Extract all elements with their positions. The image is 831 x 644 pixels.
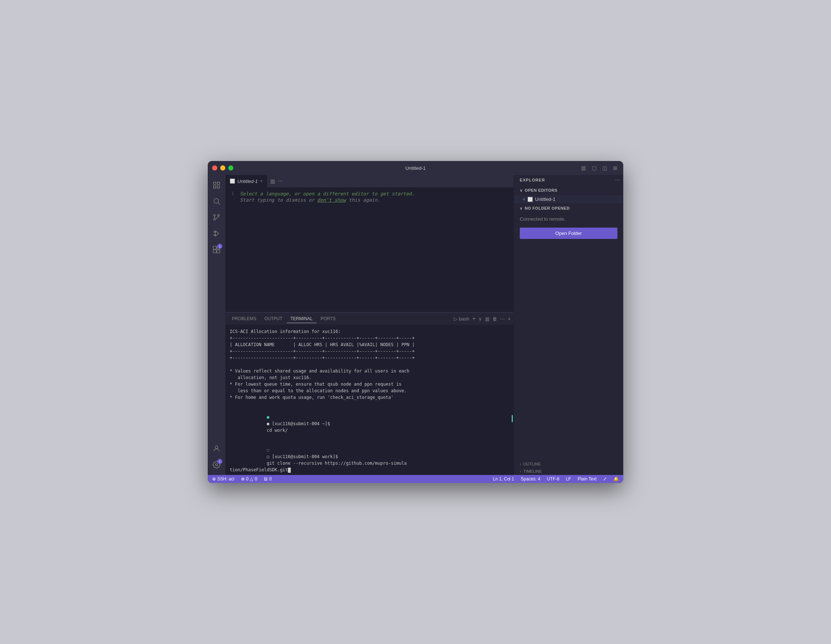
terminal-line-10: * For home and work quota usage, run 'ch… [230, 394, 509, 401]
main-content: 1 1 ⬜ Untitled-1 × [208, 175, 623, 475]
terminal-more-icon[interactable]: ⋯ [500, 316, 505, 322]
no-folder-header[interactable]: ∨ NO FOLDER OPENED [514, 203, 623, 213]
extensions-activity-icon[interactable]: 1 [209, 242, 224, 257]
terminal-add-icon[interactable]: + [472, 316, 476, 322]
terminal-content[interactable]: ICS-ACI Allocation information for xuc11… [225, 325, 514, 475]
traffic-lights [212, 166, 233, 171]
vscode-window: Untitled-1 ▥ ▢ ◫ ⊞ [208, 161, 623, 483]
maximize-button[interactable] [228, 166, 233, 171]
maximize-icon[interactable]: ▢ [590, 164, 598, 172]
terminal-trash-icon[interactable]: 🗑 [492, 316, 497, 322]
feedback-icon[interactable]: ⤢ [602, 477, 608, 481]
outline-label: OUTLINE [524, 462, 541, 466]
sidebar-more-icon[interactable]: ⋯ [615, 177, 620, 183]
open-editors-file-icon: ⬜ [527, 197, 533, 202]
terminal-line-8: * For lowest queue time, ensure that qsu… [230, 381, 509, 387]
sidebar-right-icon[interactable]: ◫ [601, 164, 609, 172]
explorer-activity-icon[interactable] [209, 178, 224, 193]
terminal-line-1: ICS-ACI Allocation information for xuc11… [230, 328, 509, 335]
open-folder-button[interactable]: Open Folder [520, 228, 618, 239]
terminal-split-icon[interactable]: ▥ [485, 316, 489, 322]
tab-problems[interactable]: PROBLEMS [228, 315, 260, 323]
grid-icon[interactable]: ⊞ [611, 164, 619, 172]
open-editors-close-icon[interactable]: × [523, 197, 525, 202]
source-control-activity-icon[interactable] [209, 210, 224, 225]
sidebar: EXPLORER ⋯ ∨ OPEN EDITORS × ⬜ Untitled-1… [514, 175, 623, 475]
extensions-badge: 1 [217, 244, 222, 249]
code-editor[interactable]: 1 Select a language, or open a different… [225, 188, 514, 312]
remote-count: 0 [269, 477, 272, 481]
eol-status[interactable]: LF [564, 477, 572, 481]
svg-point-2 [213, 214, 215, 216]
outline-section[interactable]: › OUTLINE [514, 460, 623, 468]
terminal-prompt-2: ○ ○ [xuc116@submit-004 work]$ git clone … [230, 440, 509, 475]
tab-output[interactable]: OUTPUT [261, 315, 286, 323]
search-activity-icon[interactable] [209, 194, 224, 209]
layout-icon[interactable]: ▥ [580, 164, 587, 172]
tab-ports[interactable]: PORTS [317, 315, 339, 323]
terminal-line-blank [230, 361, 509, 368]
title-bar-actions: ▥ ▢ ◫ ⊞ [580, 164, 619, 172]
svg-point-6 [214, 231, 215, 233]
more-actions-icon[interactable]: ⋯ [278, 178, 283, 184]
timeline-label: TIMELINE [524, 469, 542, 473]
panel-actions: ▷ bash + ∨ ▥ 🗑 ⋯ × [454, 316, 511, 322]
terminal-chevron-icon[interactable]: ∨ [478, 316, 482, 322]
svg-point-13 [215, 464, 218, 466]
sidebar-title: EXPLORER [520, 178, 545, 182]
svg-line-1 [218, 203, 220, 204]
remote-sync-icon: ⤢ [603, 477, 607, 481]
panel-tabs: PROBLEMS OUTPUT TERMINAL PORTS ▷ bash + … [225, 312, 514, 325]
notification-icon[interactable]: 🔔 [612, 477, 620, 481]
minimize-button[interactable] [220, 166, 225, 171]
position-status[interactable]: Ln 1, Col 1 [492, 477, 516, 481]
open-editors-item[interactable]: × ⬜ Untitled-1 [514, 195, 623, 203]
svg-point-0 [214, 199, 219, 204]
timeline-section[interactable]: › TIMELINE [514, 468, 623, 475]
run-debug-activity-icon[interactable] [209, 226, 224, 241]
status-left: ⊗ SSH: aci ⊗ 0 △ 0 𝌭 0 [211, 477, 273, 481]
editor-hint-line1: Select a language, or open a different e… [240, 191, 514, 196]
terminal-bullet-1: ● [267, 414, 272, 420]
error-icon: ⊗ [241, 477, 245, 481]
language-text: Plain Text [578, 477, 597, 481]
remote-icon: 𝌭 [264, 477, 268, 481]
ssh-icon: ⊗ [212, 477, 216, 481]
terminal-run-icon[interactable]: ▷ bash [454, 316, 469, 322]
settings-activity-icon[interactable]: 1 [209, 457, 224, 472]
no-folder-label: NO FOLDER OPENED [525, 206, 570, 210]
terminal-prompt-1-text: ● [xuc116@submit-004 ~]$ [267, 421, 333, 426]
window-title: Untitled-1 [405, 166, 426, 171]
terminal-close-icon[interactable]: × [508, 316, 511, 322]
encoding-status[interactable]: UTF-8 [545, 477, 561, 481]
dont-show-link[interactable]: don't show [317, 197, 345, 203]
terminal-line-7: allocation, not just xuc116. [230, 374, 509, 381]
split-editor-icon[interactable]: ▥ [270, 178, 275, 184]
connected-text: Connected to remote. [514, 213, 623, 225]
close-button[interactable] [212, 166, 217, 171]
tab-close-button[interactable]: × [260, 179, 263, 184]
terminal-cmd-2: git clone --recursive https://github.com… [230, 461, 407, 472]
ssh-status[interactable]: ⊗ SSH: aci [211, 477, 236, 481]
language-status[interactable]: Plain Text [576, 477, 598, 481]
ssh-label: SSH: aci [217, 477, 234, 481]
svg-point-12 [215, 446, 218, 449]
tab-bar-actions: ▥ ⋯ [270, 175, 283, 187]
terminal-line-3: | ALLOCATION NAME | ALLOC HRS | HRS AVAI… [230, 341, 509, 348]
spaces-text: Spaces: 4 [521, 477, 540, 481]
terminal-prompt-2-text: ○ [xuc116@submit-004 work]$ [267, 454, 341, 459]
errors-status[interactable]: ⊗ 0 △ 0 [240, 477, 259, 481]
outline-chevron: › [520, 462, 521, 466]
terminal-cmd-1: cd work/ [267, 428, 288, 433]
code-line-2: Start typing to dismiss or don't show th… [225, 197, 514, 203]
open-editors-header[interactable]: ∨ OPEN EDITORS [514, 185, 623, 195]
eol-text: LF [566, 477, 571, 481]
terminal-line-5: +-----------------------+----------+----… [230, 355, 509, 361]
editor-tab[interactable]: ⬜ Untitled-1 × [225, 175, 267, 187]
svg-point-4 [213, 218, 215, 220]
tab-terminal[interactable]: TERMINAL [287, 315, 316, 323]
account-activity-icon[interactable] [209, 441, 224, 456]
spaces-status[interactable]: Spaces: 4 [519, 477, 542, 481]
remote-status[interactable]: 𝌭 0 [262, 477, 273, 481]
terminal-line-4: +-----------------------+----------+----… [230, 348, 509, 355]
